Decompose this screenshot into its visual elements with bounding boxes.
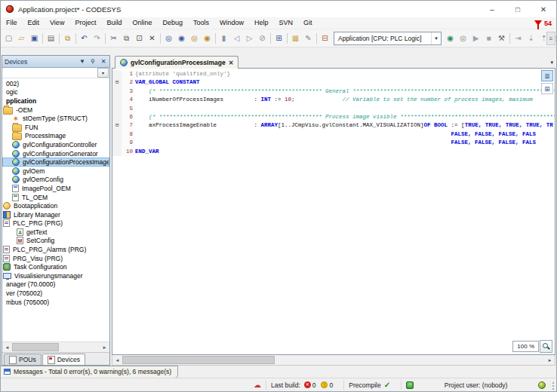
scroll-right-icon[interactable]: ▸ xyxy=(100,345,109,351)
editor-horizontal-scrollbar[interactable]: ◂ ▸ xyxy=(112,355,555,366)
code-editor[interactable]: 1{attribute 'qualified_only'}⊟2VAR_GLOBA… xyxy=(112,68,555,355)
tree-item-prg-visu-prg-[interactable]: PRG_Visu (PRG) xyxy=(2,254,109,263)
copy-icon[interactable]: ⧉ xyxy=(120,32,133,44)
zoom-level[interactable]: 100 % xyxy=(512,341,539,352)
paste-icon[interactable]: ⊡ xyxy=(133,32,146,44)
scroll-left-icon[interactable]: ◂ xyxy=(112,357,122,363)
tree-options-dropdown[interactable]: ▾ xyxy=(97,68,109,78)
tree-item-gvlconfigurationprocessimage[interactable]: gvlConfigurationProcessImage xyxy=(2,158,109,167)
tree-item-gvloem[interactable]: gvlOem xyxy=(2,167,109,176)
tree-item-fun[interactable]: FUN xyxy=(2,123,109,132)
stop-icon[interactable]: ■ xyxy=(482,32,495,44)
tree-item-ogic[interactable]: ogic xyxy=(2,88,109,97)
fold-collapse-icon[interactable]: ⊟ xyxy=(112,121,122,130)
menu-tools[interactable]: Tools xyxy=(188,17,214,29)
copy-project-icon[interactable]: ⧉ xyxy=(61,32,74,44)
step-into-icon[interactable]: ⇣ xyxy=(525,32,537,44)
tree-item-gettext[interactable]: AgetText xyxy=(2,228,109,237)
redo-icon[interactable]: ↷ xyxy=(91,32,103,44)
login-icon[interactable]: ◉ xyxy=(444,32,457,44)
incremental-search-icon[interactable]: ◉ xyxy=(175,32,188,44)
project-settings-icon[interactable]: ⊞ xyxy=(272,32,285,44)
tree-item-setconfig[interactable]: MSetConfig xyxy=(2,237,109,246)
fold-collapse-icon[interactable]: ⊟ xyxy=(112,78,122,87)
tree-scroll-thumb[interactable] xyxy=(12,343,59,351)
tab-devices[interactable]: Devices xyxy=(42,354,85,365)
minimize-button[interactable]: – xyxy=(479,1,505,17)
tree-item-library-manager[interactable]: Library Manager xyxy=(2,210,109,219)
notification-area[interactable]: 54 xyxy=(534,20,556,27)
menu-view[interactable]: View xyxy=(45,17,69,29)
tree-horizontal-scrollbar[interactable]: ◂ ▸ xyxy=(2,341,109,352)
active-application-combo[interactable]: Application [CPU: PLC Logic]▾ xyxy=(334,32,442,45)
delete-icon[interactable]: ✕ xyxy=(146,32,158,44)
bookmark-toggle-icon[interactable]: ▮ xyxy=(217,32,230,44)
tree-item-gvlconfigurationcontroller[interactable]: gvlConfigurationController xyxy=(2,140,109,149)
magnifier-icon[interactable] xyxy=(540,340,552,353)
tree-item-bootapplication[interactable]: Bootapplication xyxy=(2,201,109,210)
tab-close-icon[interactable]: ✕ xyxy=(229,60,234,66)
new-file-icon[interactable]: ▢ xyxy=(2,32,15,44)
build-tools-icon[interactable]: ⚒ xyxy=(495,32,508,44)
bookmark-clear-icon[interactable]: ⊘ xyxy=(256,32,269,44)
tree-item--oem[interactable]: -OEM xyxy=(2,106,109,115)
replace-icon[interactable]: ◉ xyxy=(201,32,214,44)
cut-icon[interactable]: ✂ xyxy=(107,32,120,44)
resize-grip[interactable] xyxy=(549,381,555,390)
build-icon[interactable]: ⊟ xyxy=(319,32,331,44)
panel-pin-icon[interactable]: ⚲ xyxy=(89,57,97,66)
bookmark-next-icon[interactable]: ▷ xyxy=(243,32,256,44)
panel-dropdown-icon[interactable]: ▼ xyxy=(78,57,86,66)
tree-item-ver-705002-[interactable]: ver (705002) xyxy=(2,289,109,298)
menu-edit[interactable]: Edit xyxy=(23,17,45,29)
menu-help[interactable]: Help xyxy=(249,17,274,29)
edit-object-icon[interactable]: ✎ xyxy=(302,32,315,44)
menu-debug[interactable]: Debug xyxy=(157,17,188,29)
menu-project[interactable]: Project xyxy=(69,17,101,29)
tree-item-anager-70-0000-[interactable]: anager (70.0000) xyxy=(2,280,109,289)
open-file-icon[interactable]: ▱ xyxy=(15,32,28,44)
menu-window[interactable]: Window xyxy=(214,17,249,29)
tree-item-plc-prg-prg-[interactable]: PLC_PRG (PRG) xyxy=(2,219,109,228)
menu-git[interactable]: Git xyxy=(298,17,318,29)
close-button[interactable]: ✕ xyxy=(531,1,556,17)
tree-item-plc-prg-alarms-prg-[interactable]: PLC_PRG_Alarms (PRG) xyxy=(2,245,109,254)
menu-file[interactable]: File xyxy=(1,17,23,29)
logout-icon[interactable]: ◎ xyxy=(457,32,469,44)
tree-item-imagepool-oem[interactable]: ImagePool_OEM xyxy=(2,184,109,193)
tree-item-002-[interactable]: 002) xyxy=(2,79,109,88)
maximize-button[interactable]: □ xyxy=(505,1,531,17)
panel-close-icon[interactable]: ✕ xyxy=(100,57,107,66)
scroll-right-icon[interactable]: ▸ xyxy=(545,357,555,363)
undo-icon[interactable]: ↶ xyxy=(78,32,91,44)
editor-tab[interactable]: gvlConfigurationProcessImage ✕ xyxy=(115,56,238,69)
save-icon[interactable]: ▣ xyxy=(28,32,41,44)
messages-bar[interactable]: Messages - Total 0 error(s), 0 warning(s… xyxy=(1,366,178,378)
tree-item-visualisierungsmanager[interactable]: Visualisierungsmanager xyxy=(2,271,109,280)
tree-item-mbus-705000-[interactable]: mbus (705000) xyxy=(2,298,109,307)
tab-pous[interactable]: POUs xyxy=(4,354,42,365)
find-replace-icon[interactable]: ◎ xyxy=(188,32,201,44)
menu-svn[interactable]: SVN xyxy=(274,17,299,29)
tree-item-pplication[interactable]: pplication xyxy=(2,96,109,106)
find-icon[interactable]: ◎ xyxy=(162,32,175,44)
editor-scroll-thumb[interactable] xyxy=(122,356,275,364)
tree-item-processimage[interactable]: ProcessImage xyxy=(2,132,109,141)
step-over-icon[interactable]: ⇥ xyxy=(512,32,525,44)
tab-list-dropdown-icon[interactable]: ▾ xyxy=(550,60,553,66)
scroll-left-icon[interactable]: ◂ xyxy=(2,345,12,351)
toolbar-overflow-button[interactable]: ≡ xyxy=(546,32,555,45)
start-icon[interactable]: ▶ xyxy=(469,32,482,44)
sort-variables-button[interactable]: ≣ xyxy=(541,70,553,81)
menu-online[interactable]: Online xyxy=(127,17,157,29)
tree-item-gvloemconfig[interactable]: gvlOemConfig xyxy=(2,176,109,185)
bookmark-prev-icon[interactable]: ◁ xyxy=(230,32,243,44)
tree-item-gvlconfigurationgenerator[interactable]: gvlConfigurationGenerator xyxy=(2,149,109,158)
menu-build[interactable]: Build xyxy=(101,17,127,29)
tree-item-stoemtype-struct-[interactable]: ∗stOemType (STRUCT) xyxy=(2,114,109,123)
new-object-icon[interactable]: ▦ xyxy=(289,32,302,44)
tree-item-tl-oem[interactable]: TL_OEM xyxy=(2,193,109,202)
tree-item-task-configuration[interactable]: Task Configuration xyxy=(2,262,109,271)
print-icon[interactable]: ▤ xyxy=(45,32,57,44)
tabular-view-button[interactable]: ⊞ xyxy=(541,83,553,94)
